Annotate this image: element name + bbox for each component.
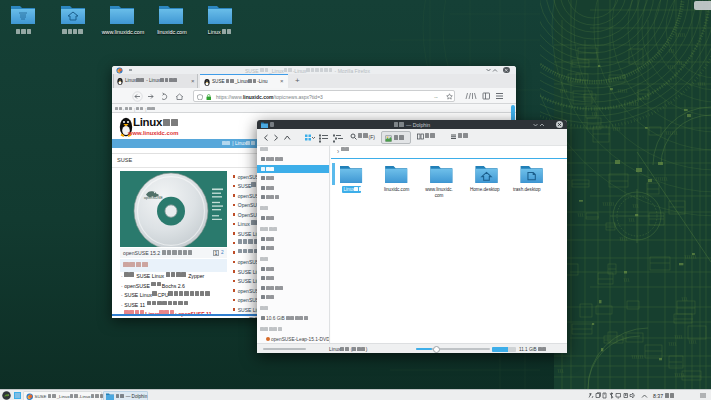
svg-text:openSUSE: openSUSE [144,196,163,200]
